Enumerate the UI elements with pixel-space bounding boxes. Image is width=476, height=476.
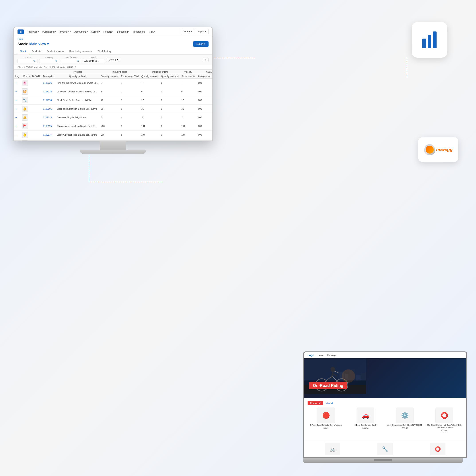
category-input[interactable]: 🔍 <box>39 59 59 63</box>
row-add-btn[interactable]: + <box>14 113 20 122</box>
row-ac: 10.15 <box>212 87 212 96</box>
ecom-nav-home[interactable]: Home <box>318 354 323 357</box>
row-add-btn[interactable]: + <box>14 139 20 141</box>
page-title-row: Stock: Main view ▾ Export ▾ <box>17 41 208 47</box>
th-sku[interactable]: ↓ Product ID (SKU) <box>20 74 42 79</box>
table-row: + 🧺 0107238 White with Colored Flowers B… <box>14 87 212 96</box>
sort-button[interactable]: ⇅ <box>203 58 208 62</box>
row-sku[interactable]: 0107990 <box>42 96 56 105</box>
th-qoh: Quantity on hand <box>56 74 100 79</box>
th-sv: Sales velocity <box>180 74 196 79</box>
product-thumbnail: 🔔 <box>22 106 28 112</box>
page-title-stock: Stock: <box>17 42 28 46</box>
row-sv: 0.00 <box>196 139 212 141</box>
nav-reports[interactable]: Reports ▾ <box>102 30 115 34</box>
product-thumbnail: 🌸 <box>22 80 28 86</box>
nav-barcoding[interactable]: Barcoding ▾ <box>116 30 131 34</box>
row-qo: 0 <box>160 96 180 105</box>
featured-label: Featured <box>307 401 323 405</box>
quantity-select[interactable]: All quantities ▾ <box>83 59 105 63</box>
row-sku[interactable]: 0109101 <box>42 105 56 113</box>
row-sku[interactable]: 0109113 <box>42 113 56 122</box>
ecom-navbar: Logo Home Catalog ▾ <box>304 352 466 358</box>
row-ac: 2.745 <box>212 131 212 139</box>
nav-purchasing[interactable]: Purchasing ▾ <box>41 30 57 34</box>
newegg-card: newegg <box>418 137 458 162</box>
th-including-orders-group: Including orders <box>140 70 180 74</box>
laptop-screen: Logo Home Catalog ▾ <box>303 352 467 458</box>
product-thumbnail: 🔔 <box>22 132 28 138</box>
breadcrumb[interactable]: Home <box>17 38 208 40</box>
app-logo-text: ||| <box>20 30 21 33</box>
nav-accounting[interactable]: Accounting ▾ <box>73 30 89 34</box>
tab-stock-history[interactable]: Stock history <box>95 49 114 54</box>
manufacturer-search-icon: 🔍 <box>77 60 79 62</box>
category-filter: Category 🔍 <box>39 56 59 63</box>
row-ac: 9.975 <box>212 79 212 87</box>
row-add-btn[interactable]: + <box>14 122 20 131</box>
th-physical-group: Physical <box>56 70 100 74</box>
row-sku[interactable]: 0109125 <box>42 122 56 131</box>
quantity-chevron-icon: ▾ <box>98 60 99 62</box>
row-qoh: 20 <box>100 96 120 105</box>
location-search-input[interactable] <box>19 60 32 62</box>
row-desc: Compass Bicycle Bell, 41mm <box>56 113 100 122</box>
row-add-btn[interactable]: + <box>14 105 20 113</box>
row-qo: 0 <box>160 131 180 139</box>
row-add-btn[interactable]: + <box>14 96 20 105</box>
product-thumbnail: 🔔 <box>22 114 28 120</box>
more-filter-button[interactable]: More: 1 ▾ <box>107 58 120 62</box>
row-add-btn[interactable]: + <box>14 79 20 87</box>
row-sku[interactable]: 0109161 <box>42 139 56 141</box>
row-desc: Chrome American Flag Bicycle Bell, 60... <box>56 122 100 131</box>
row-qa: 6 <box>180 87 196 96</box>
tab-product-lookups[interactable]: Product lookups <box>44 49 67 54</box>
ecom-nav-catalog[interactable]: Catalog ▾ <box>327 354 336 357</box>
row-add-btn[interactable]: + <box>14 87 20 96</box>
row-desc: Black Steel Basket Bracket, 1-1/8in <box>56 96 100 105</box>
row-qr: 6 <box>120 122 140 131</box>
row-sku[interactable]: 0109137 <box>42 131 56 139</box>
th-qa: Quantity available <box>160 74 180 79</box>
product-name-3: Alloy Chainwheel Set 36/42/52T 58BCD <box>387 424 422 426</box>
row-qoh: 8 <box>100 87 120 96</box>
manufacturer-search-input[interactable] <box>63 60 76 62</box>
tab-products[interactable]: Products <box>29 49 44 54</box>
nav-accounting-label: Accounting <box>74 30 86 33</box>
manufacturer-input[interactable]: 🔍 <box>61 59 81 63</box>
nav-analytics[interactable]: Analytics ▾ <box>26 30 40 34</box>
row-sku[interactable]: 0107226 <box>42 79 56 87</box>
product-price-1: $9.49 <box>323 427 329 429</box>
view-all-link[interactable]: View all <box>326 402 333 404</box>
hero-badge: On-Road Riding <box>309 382 347 389</box>
category-label: Category <box>39 56 59 58</box>
category-search-input[interactable] <box>41 60 54 62</box>
monitor-base <box>80 150 146 154</box>
row-qo: 0 <box>160 113 180 122</box>
nav-fba[interactable]: FBA ▾ <box>148 30 156 34</box>
product-price-3: $88.43 <box>402 427 408 429</box>
create-button[interactable]: Create ▾ <box>181 29 194 34</box>
row-add-btn[interactable]: + <box>14 131 20 139</box>
page-title-view[interactable]: Main view ▾ <box>29 42 49 46</box>
row-img: 🧺 <box>20 87 42 96</box>
import-button[interactable]: Import ▾ <box>196 29 208 34</box>
location-label: Location <box>17 56 37 58</box>
tab-reordering[interactable]: Reordering summary <box>67 49 95 54</box>
export-button[interactable]: Export ▾ <box>193 41 208 47</box>
row-desc: Flower Bicycle Bell, 38mm <box>56 139 100 141</box>
location-input[interactable]: 🔍 <box>17 59 37 63</box>
row-rem: 31 <box>140 105 160 113</box>
row-qo: 0 <box>160 122 180 131</box>
manufacturer-label: Manufacturer <box>61 56 81 58</box>
product-thumb-2: 🚗 <box>357 408 374 423</box>
tab-stock[interactable]: Stock <box>17 49 29 54</box>
ecommerce-site: Logo Home Catalog ▾ <box>304 352 466 457</box>
nav-selling[interactable]: Selling ▾ <box>90 30 101 34</box>
row-sku[interactable]: 0107238 <box>42 87 56 96</box>
nav-inventory[interactable]: Inventory ▾ <box>58 30 72 34</box>
nav-integrations[interactable]: Integrations <box>131 30 147 34</box>
product-thumbnail: 🌸 <box>22 140 28 140</box>
bottom-product-3: ⭕ <box>413 443 463 455</box>
row-qr: 2 <box>120 87 140 96</box>
